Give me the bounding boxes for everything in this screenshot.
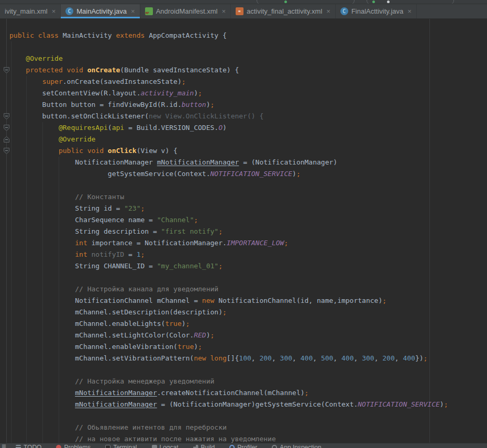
code-line-31: // Настройка менеджера уведомлений (9, 376, 487, 387)
gutter-fold-line (6, 19, 7, 443)
code-line-15: // Константы (9, 191, 487, 203)
toolwindow-button-label: Profiler (237, 444, 257, 448)
code-line-17: CharSequence name = "Channel"; (9, 214, 487, 226)
code-editor[interactable]: public class MainActivity extends AppCom… (0, 19, 487, 443)
code-line-6: setContentView(R.layout.activity_main); (9, 88, 487, 99)
tab-bar-empty-space (417, 4, 487, 18)
main-toolbar-partial (0, 0, 487, 4)
toolwindow-button-problems[interactable]: Problems (56, 444, 91, 448)
code-line-7: Button button = findViewById(R.id.button… (9, 99, 487, 111)
code-line-25: mChannel.setDescription(description); (9, 307, 487, 318)
code-line-13: getSystemService(Context.NOTIFICATION_SE… (9, 168, 487, 180)
toolwindow-button-app-inspection[interactable]: App Inspection (272, 444, 321, 448)
code-line-21: String CHANNEL_ID = "my_channel_01"; (9, 260, 487, 272)
tab-label: AndroidManifest.xml (156, 7, 218, 15)
close-icon[interactable]: × (131, 7, 135, 15)
close-icon[interactable]: × (52, 7, 56, 15)
code-line-9: @RequiresApi(api = Build.VERSION_CODES.O… (9, 122, 487, 134)
problems-icon (56, 445, 61, 448)
close-icon[interactable]: × (326, 7, 330, 15)
tab-bar: ivity_main.xml×CMainActivity.java×MFAndr… (0, 4, 487, 19)
run-configuration-button-partial[interactable] (257, 0, 355, 4)
fold-collapse-down-icon[interactable] (3, 147, 10, 155)
toolwindow-button-label: Problems (64, 444, 91, 448)
code-line-16: String id = "23"; (9, 203, 487, 214)
close-icon[interactable]: × (407, 7, 412, 15)
code-area[interactable]: public class MainActivity extends AppCom… (9, 30, 487, 443)
java-class-file-icon: C (340, 7, 348, 15)
fold-collapse-down-icon[interactable] (3, 113, 10, 120)
code-line-27: mChannel.setLightColor(Color.RED); (9, 330, 487, 341)
code-line-8: button.setOnClickListener(new View.OnCli… (9, 111, 487, 122)
toolwindow-button-todo[interactable]: TODO (16, 444, 41, 448)
fold-collapse-up-icon[interactable] (3, 136, 10, 143)
layout-xml-file-icon: ≡ (236, 7, 244, 15)
java-class-file-icon: C (65, 7, 73, 15)
code-line-35: // Обьявление интентов для переброски (9, 422, 487, 433)
android-manifest-file-icon: MF (145, 7, 153, 15)
device-status-dot (284, 1, 287, 3)
code-line-26: mChannel.enableLights(true); (9, 318, 487, 330)
run-actions-button-partial[interactable] (367, 0, 454, 4)
tab-label: MainActivity.java (76, 7, 127, 15)
code-line-11: public void onClick(View v) { (9, 145, 487, 157)
code-line-10: @Override (9, 134, 487, 145)
close-icon[interactable]: × (222, 7, 226, 15)
code-line-33: mNotificationManager = (NotificationMana… (9, 399, 487, 410)
code-line-12: NotificationManager mNotificationManager… (9, 157, 487, 168)
tool-window-stack-icon[interactable]: ▦ (2, 443, 6, 448)
code-line-36: // на новое активити после нажатия на ув… (9, 433, 487, 443)
tab-label: ivity_main.xml (5, 7, 48, 15)
fold-collapse-down-icon[interactable] (3, 124, 10, 132)
code-line-24: NotificationChannel mChannel = new Notif… (9, 295, 487, 307)
code-line-1: public class MainActivity extends AppCom… (9, 30, 487, 41)
code-line-2 (9, 41, 487, 53)
code-line-18: String description = "first notify"; (9, 226, 487, 237)
tab-androidmanifest-xml[interactable]: MFAndroidManifest.xml× (140, 4, 231, 18)
code-line-28: mChannel.enableVibration(true); (9, 341, 487, 353)
code-line-34 (9, 410, 487, 422)
tab-ivity-main-xml[interactable]: ivity_main.xml× (0, 4, 61, 18)
toolwindow-button-label: Logcat (160, 444, 179, 448)
inspection-icon (272, 445, 277, 448)
code-line-4: protected void onCreate(Bundle savedInst… (9, 64, 487, 76)
code-line-19: int importance = NotificationManager.IMP… (9, 237, 487, 249)
code-line-22 (9, 272, 487, 283)
logcat-icon (152, 445, 157, 448)
code-line-23: // Настройка канала для уведомлений (9, 283, 487, 295)
run-icon (372, 1, 375, 3)
toolwindow-button-build[interactable]: Build (193, 444, 215, 448)
toolwindow-button-logcat[interactable]: Logcat (152, 444, 179, 448)
code-line-30 (9, 364, 487, 376)
code-line-5: super.onCreate(savedInstanceState); (9, 76, 487, 88)
toolwindow-button-label: App Inspection (280, 444, 321, 448)
tab-label: activity_final_acttivity.xml (247, 7, 322, 15)
tab-activity-final-acttivity-xml[interactable]: ≡activity_final_acttivity.xml× (231, 4, 336, 18)
tool-window-bar: ▦ TODOProblemsTerminalLogcatBuildProfile… (0, 443, 487, 448)
toolwindow-button-profiler[interactable]: Profiler (229, 444, 257, 448)
code-line-32: mNotificationManager.createNotificationC… (9, 387, 487, 399)
build-icon (193, 445, 198, 448)
tab-mainactivity-java[interactable]: CMainActivity.java× (61, 4, 140, 18)
tab-finalacttivity-java[interactable]: CFinalActtivity.java× (336, 4, 417, 18)
toolwindow-button-label: Build (201, 444, 215, 448)
profiler-icon (229, 445, 235, 448)
code-line-3: @Override (9, 53, 487, 64)
toolwindow-button-label: TODO (24, 444, 41, 448)
code-line-29: mChannel.setVibrationPattern(new long[]{… (9, 353, 487, 364)
terminal-icon (105, 445, 110, 448)
tab-label: FinalActtivity.java (351, 7, 403, 15)
fold-collapse-down-icon[interactable] (3, 67, 10, 74)
code-line-20: int notifyID = 1; (9, 249, 487, 260)
toolwindow-button-label: Terminal (113, 444, 137, 448)
toolbar-dot-icon (387, 1, 390, 3)
todo-icon (16, 445, 21, 448)
code-line-14 (9, 180, 487, 191)
toolwindow-button-terminal[interactable]: Terminal (105, 444, 137, 448)
